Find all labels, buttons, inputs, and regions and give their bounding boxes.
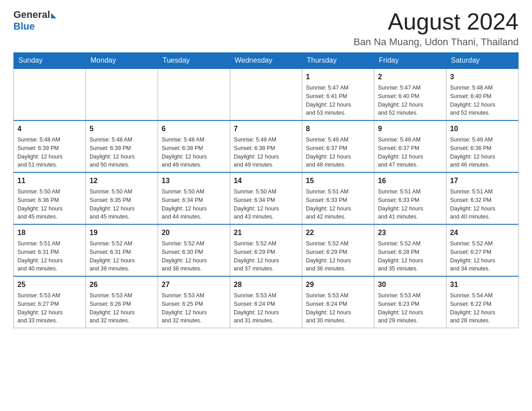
calendar-cell: 28Sunrise: 5:53 AM Sunset: 6:24 PM Dayli…	[230, 276, 302, 328]
day-number: 31	[450, 279, 515, 290]
day-info: Sunrise: 5:49 AM Sunset: 6:37 PM Dayligh…	[306, 136, 370, 169]
day-info: Sunrise: 5:53 AM Sunset: 6:27 PM Dayligh…	[17, 291, 82, 325]
day-info: Sunrise: 5:49 AM Sunset: 6:37 PM Dayligh…	[378, 136, 442, 169]
day-info: Sunrise: 5:52 AM Sunset: 6:31 PM Dayligh…	[90, 240, 154, 273]
weekday-header-monday: Monday	[86, 53, 158, 69]
calendar-cell: 13Sunrise: 5:50 AM Sunset: 6:34 PM Dayli…	[158, 172, 230, 224]
calendar-cell: 21Sunrise: 5:52 AM Sunset: 6:29 PM Dayli…	[230, 224, 302, 276]
day-info: Sunrise: 5:51 AM Sunset: 6:33 PM Dayligh…	[306, 188, 370, 221]
weekday-header-wednesday: Wednesday	[230, 53, 302, 69]
calendar-week-row: 18Sunrise: 5:51 AM Sunset: 6:31 PM Dayli…	[14, 224, 519, 276]
weekday-header-tuesday: Tuesday	[158, 53, 230, 69]
calendar-cell: 17Sunrise: 5:51 AM Sunset: 6:32 PM Dayli…	[446, 172, 519, 224]
calendar-week-row: 11Sunrise: 5:50 AM Sunset: 6:36 PM Dayli…	[14, 172, 519, 224]
day-number: 12	[90, 176, 154, 186]
day-info: Sunrise: 5:51 AM Sunset: 6:32 PM Dayligh…	[450, 188, 515, 221]
day-number: 22	[306, 227, 370, 238]
day-info: Sunrise: 5:53 AM Sunset: 6:24 PM Dayligh…	[306, 291, 370, 325]
calendar-table: SundayMondayTuesdayWednesdayThursdayFrid…	[13, 52, 519, 328]
day-info: Sunrise: 5:52 AM Sunset: 6:29 PM Dayligh…	[306, 240, 370, 273]
day-info: Sunrise: 5:53 AM Sunset: 6:26 PM Dayligh…	[90, 291, 154, 325]
day-info: Sunrise: 5:47 AM Sunset: 6:40 PM Dayligh…	[378, 84, 442, 117]
day-number: 14	[234, 176, 298, 186]
weekday-header-friday: Friday	[374, 53, 446, 69]
weekday-header-sunday: Sunday	[14, 53, 86, 69]
calendar-cell: 6Sunrise: 5:48 AM Sunset: 6:38 PM Daylig…	[158, 120, 230, 172]
calendar-cell: 14Sunrise: 5:50 AM Sunset: 6:34 PM Dayli…	[230, 172, 302, 224]
day-number: 17	[450, 176, 515, 186]
calendar-cell: 2Sunrise: 5:47 AM Sunset: 6:40 PM Daylig…	[374, 68, 446, 120]
day-number: 8	[306, 124, 370, 134]
day-info: Sunrise: 5:52 AM Sunset: 6:27 PM Dayligh…	[450, 240, 515, 273]
day-number: 23	[378, 227, 442, 238]
title-section: August 2024 Ban Na Muang, Udon Thani, Th…	[353, 9, 519, 48]
month-title: August 2024	[353, 9, 519, 34]
calendar-cell: 19Sunrise: 5:52 AM Sunset: 6:31 PM Dayli…	[86, 224, 158, 276]
page-header: General Blue August 2024 Ban Na Muang, U…	[13, 9, 519, 48]
calendar-cell: 5Sunrise: 5:48 AM Sunset: 6:39 PM Daylig…	[86, 120, 158, 172]
weekday-header-saturday: Saturday	[446, 53, 519, 69]
calendar-cell: 8Sunrise: 5:49 AM Sunset: 6:37 PM Daylig…	[302, 120, 374, 172]
day-number: 20	[162, 227, 226, 238]
logo-general-text: General	[13, 9, 50, 21]
weekday-header-thursday: Thursday	[302, 53, 374, 69]
calendar-week-row: 4Sunrise: 5:48 AM Sunset: 6:39 PM Daylig…	[14, 120, 519, 172]
day-info: Sunrise: 5:48 AM Sunset: 6:38 PM Dayligh…	[162, 136, 226, 169]
day-number: 6	[162, 124, 226, 134]
calendar-cell: 27Sunrise: 5:53 AM Sunset: 6:25 PM Dayli…	[158, 276, 230, 328]
calendar-cell: 18Sunrise: 5:51 AM Sunset: 6:31 PM Dayli…	[14, 224, 86, 276]
day-info: Sunrise: 5:48 AM Sunset: 6:39 PM Dayligh…	[17, 136, 82, 169]
calendar-cell: 1Sunrise: 5:47 AM Sunset: 6:41 PM Daylig…	[302, 68, 374, 120]
day-number: 10	[450, 124, 515, 134]
location-title: Ban Na Muang, Udon Thani, Thailand	[353, 36, 519, 48]
day-info: Sunrise: 5:51 AM Sunset: 6:31 PM Dayligh…	[17, 240, 82, 273]
day-number: 1	[306, 72, 370, 82]
day-info: Sunrise: 5:53 AM Sunset: 6:24 PM Dayligh…	[234, 291, 298, 325]
calendar-cell: 16Sunrise: 5:51 AM Sunset: 6:33 PM Dayli…	[374, 172, 446, 224]
calendar-cell: 12Sunrise: 5:50 AM Sunset: 6:35 PM Dayli…	[86, 172, 158, 224]
calendar-cell: 22Sunrise: 5:52 AM Sunset: 6:29 PM Dayli…	[302, 224, 374, 276]
day-info: Sunrise: 5:54 AM Sunset: 6:22 PM Dayligh…	[450, 291, 515, 325]
day-number: 3	[450, 72, 515, 82]
day-info: Sunrise: 5:47 AM Sunset: 6:41 PM Dayligh…	[306, 84, 370, 117]
day-info: Sunrise: 5:51 AM Sunset: 6:33 PM Dayligh…	[378, 188, 442, 221]
day-number: 27	[162, 279, 226, 290]
calendar-cell: 29Sunrise: 5:53 AM Sunset: 6:24 PM Dayli…	[302, 276, 374, 328]
day-info: Sunrise: 5:48 AM Sunset: 6:40 PM Dayligh…	[450, 84, 515, 117]
day-info: Sunrise: 5:50 AM Sunset: 6:34 PM Dayligh…	[162, 188, 226, 221]
logo: General Blue	[13, 9, 56, 32]
day-number: 25	[17, 279, 82, 290]
day-number: 19	[90, 227, 154, 238]
day-number: 7	[234, 124, 298, 134]
calendar-cell: 10Sunrise: 5:49 AM Sunset: 6:36 PM Dayli…	[446, 120, 519, 172]
calendar-cell: 7Sunrise: 5:49 AM Sunset: 6:38 PM Daylig…	[230, 120, 302, 172]
calendar-cell	[158, 68, 230, 120]
weekday-header-row: SundayMondayTuesdayWednesdayThursdayFrid…	[14, 53, 519, 69]
calendar-cell	[14, 68, 86, 120]
day-number: 5	[90, 124, 154, 134]
day-number: 21	[234, 227, 298, 238]
day-info: Sunrise: 5:50 AM Sunset: 6:34 PM Dayligh…	[234, 188, 298, 221]
day-info: Sunrise: 5:53 AM Sunset: 6:25 PM Dayligh…	[162, 291, 226, 325]
day-info: Sunrise: 5:50 AM Sunset: 6:36 PM Dayligh…	[17, 188, 82, 221]
calendar-cell: 31Sunrise: 5:54 AM Sunset: 6:22 PM Dayli…	[446, 276, 519, 328]
day-info: Sunrise: 5:52 AM Sunset: 6:30 PM Dayligh…	[162, 240, 226, 273]
calendar-cell: 20Sunrise: 5:52 AM Sunset: 6:30 PM Dayli…	[158, 224, 230, 276]
day-info: Sunrise: 5:52 AM Sunset: 6:28 PM Dayligh…	[378, 240, 442, 273]
day-number: 26	[90, 279, 154, 290]
day-info: Sunrise: 5:49 AM Sunset: 6:38 PM Dayligh…	[234, 136, 298, 169]
day-number: 29	[306, 279, 370, 290]
day-number: 18	[17, 227, 82, 238]
day-number: 4	[17, 124, 82, 134]
day-info: Sunrise: 5:50 AM Sunset: 6:35 PM Dayligh…	[90, 188, 154, 221]
day-number: 30	[378, 279, 442, 290]
logo-blue-text: Blue	[13, 21, 35, 32]
day-number: 28	[234, 279, 298, 290]
day-number: 16	[378, 176, 442, 186]
day-number: 15	[306, 176, 370, 186]
calendar-cell: 23Sunrise: 5:52 AM Sunset: 6:28 PM Dayli…	[374, 224, 446, 276]
calendar-cell: 24Sunrise: 5:52 AM Sunset: 6:27 PM Dayli…	[446, 224, 519, 276]
calendar-week-row: 1Sunrise: 5:47 AM Sunset: 6:41 PM Daylig…	[14, 68, 519, 120]
day-number: 2	[378, 72, 442, 82]
calendar-cell: 25Sunrise: 5:53 AM Sunset: 6:27 PM Dayli…	[14, 276, 86, 328]
